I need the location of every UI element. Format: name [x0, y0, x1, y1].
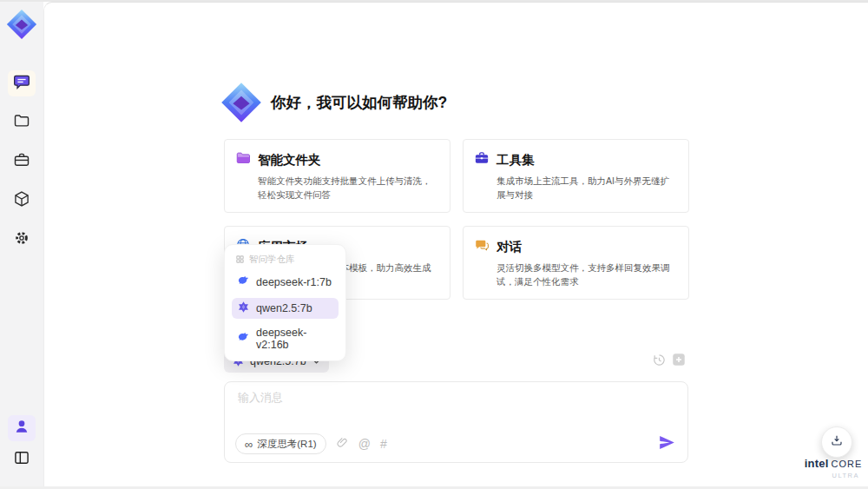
qwen-star-icon: [237, 301, 250, 316]
mention-button mention-icon[interactable]: @: [358, 437, 371, 451]
briefcase-icon: [13, 151, 30, 172]
card-title: 工具集: [496, 152, 535, 169]
core-wordmark: core: [831, 459, 862, 469]
user-icon: [13, 418, 30, 439]
smart-folder-icon: [235, 150, 251, 169]
history-icon: [652, 353, 667, 370]
sidebar: [0, 2, 43, 486]
layout-panel-icon: [13, 449, 30, 470]
intel-wordmark: intel: [805, 457, 829, 470]
model-option-deepseek-r1-7b[interactable]: deepseek-r1:7b: [232, 272, 339, 293]
sidebar-item-settings[interactable]: [8, 227, 36, 253]
feature-card-smart-folder[interactable]: 智能文件夹 智能文件夹功能支持批量文件上传与清洗，轻松实现文件问答: [224, 139, 450, 213]
greeting-title: 你好，我可以如何帮助你?: [271, 92, 447, 113]
infinity-icon: ∞: [245, 439, 253, 450]
feature-card-toolset[interactable]: 工具集 集成市场上主流工具，助力AI与外界无缝扩展与对接: [463, 139, 689, 213]
download-tray-icon: [830, 433, 844, 451]
card-title: 对话: [496, 239, 522, 255]
sidebar-nav: [8, 70, 36, 253]
download-button[interactable]: [821, 426, 852, 458]
new-chat-plus-icon: [671, 352, 687, 370]
feature-card-dialog[interactable]: 对话 灵活切换多模型文件，支持多样回复效果调试，满足个性化需求: [463, 226, 689, 300]
composer-tools: ∞ 深度思考(R1) @ #: [235, 433, 387, 454]
cube-icon: [13, 190, 30, 211]
dialog-icon: [474, 237, 490, 256]
message-composer: ∞ 深度思考(R1) @ #: [224, 381, 688, 463]
card-title: 智能文件夹: [258, 152, 321, 169]
sidebar-item-profile[interactable]: [8, 415, 36, 441]
intel-core-logo: intelcore ULTRA: [800, 455, 866, 479]
deepseek-whale-icon: [237, 274, 250, 290]
deepseek-whale-icon: [237, 331, 250, 347]
model-option-label: deepseek-r1:7b: [256, 276, 332, 288]
model-option-label: deepseek-v2:16b: [256, 327, 333, 351]
model-option-list: deepseek-r1:7b qwen2.5:7b deepseek-v2:16…: [225, 272, 345, 354]
deep-think-label: 深度思考(R1): [257, 438, 316, 451]
model-option-label: qwen2.5:7b: [256, 302, 312, 314]
deep-think-toggle[interactable]: ∞ 深度思考(R1): [235, 433, 326, 454]
model-option-qwen2-5-7b[interactable]: qwen2.5:7b: [232, 298, 339, 319]
toolset-icon: [474, 150, 490, 169]
app-window: 你好，我可以如何帮助你? 智能文件夹 智能文件夹功能支持批量文件上传与清洗，轻松…: [0, 0, 868, 489]
sidebar-item-panel[interactable]: [8, 446, 36, 472]
sidebar-item-chat[interactable]: [8, 70, 36, 96]
gear-icon: [13, 229, 30, 250]
message-input[interactable]: [236, 390, 656, 405]
sidebar-item-folders[interactable]: [8, 109, 36, 135]
model-dropdown: 智问学仓库 deepseek-r1:7b qwen2.5:7b deepseek…: [224, 244, 346, 361]
paperclip-icon: [336, 436, 349, 452]
model-dropdown-header-label: 智问学仓库: [249, 254, 295, 266]
history-button[interactable]: [652, 353, 667, 370]
sidebar-item-models[interactable]: [8, 188, 36, 214]
send-plane-icon: [658, 441, 676, 454]
hash-button hash-icon[interactable]: #: [380, 437, 387, 451]
model-option-deepseek-v2-16b[interactable]: deepseek-v2:16b: [232, 324, 339, 354]
ultra-badge: ULTRA: [800, 472, 866, 479]
sidebar-bottom: [8, 415, 36, 472]
attachment-button[interactable]: [336, 436, 349, 452]
app-logo gem-logo-icon: [6, 9, 37, 40]
repo-grid-icon: [235, 254, 245, 266]
chat-bubble-icon: [13, 73, 30, 94]
folder-icon: [13, 112, 30, 133]
card-description: 集成市场上主流工具，助力AI与外界无缝扩展与对接: [496, 174, 678, 202]
card-description: 智能文件夹功能支持批量文件上传与清洗，轻松实现文件问答: [258, 174, 439, 202]
model-dropdown-header: 智问学仓库: [225, 252, 345, 266]
sidebar-item-toolbox[interactable]: [8, 149, 36, 175]
assistant-logo gem-logo-icon: [220, 82, 262, 123]
send-button[interactable]: [658, 433, 676, 454]
new-chat-button[interactable]: [671, 352, 687, 370]
card-description: 灵活切换多模型文件，支持多样回复效果调试，满足个性化需求: [496, 261, 678, 288]
